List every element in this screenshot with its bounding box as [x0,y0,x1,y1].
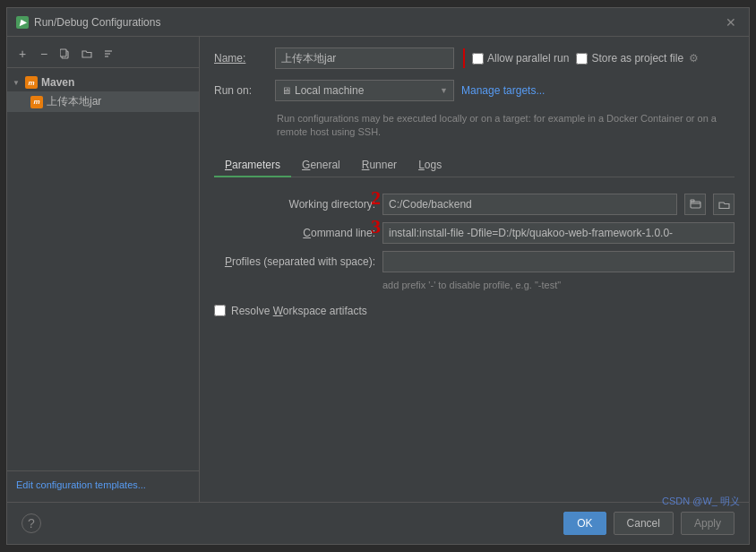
remove-config-button[interactable]: − [34,44,54,64]
maven-item-icon: m [30,96,43,108]
name-divider [463,48,465,68]
tree-item-upload-jar[interactable]: m 上传本地jar [7,91,199,112]
watermark: CSDN @W_ 明义 [662,495,740,508]
profiles-label: Profiles (separated with space): [214,255,375,268]
resolve-workspace-checkbox[interactable] [214,305,226,316]
bottom-bar: ? OK Cancel Apply [7,502,749,544]
working-dir-browse-btn[interactable] [684,194,706,215]
command-line-input[interactable] [382,222,735,244]
dialog-title: Run/Debug Configurations [34,16,160,29]
command-line-label: Command line: [214,227,375,239]
resolve-workspace-row: Resolve Workspace artifacts [214,305,735,317]
tab-logs-label: Logs [418,159,442,171]
run-on-value: Local machine [295,84,436,97]
sidebar: + − ▼ m Maven [7,37,200,502]
resolve-workspace-label: Resolve Workspace artifacts [231,305,367,317]
run-debug-dialog: ▶ Run/Debug Configurations ✕ + − [6,7,750,545]
run-on-label: Run on: [214,84,268,97]
cancel-button[interactable]: Cancel [614,512,674,535]
copy-config-button[interactable] [56,44,75,64]
computer-icon: 🖥 [281,85,291,96]
add-config-button[interactable]: + [13,44,32,64]
svg-rect-5 [691,202,700,208]
svg-rect-1 [60,49,66,56]
allow-parallel-label: Allow parallel run [487,52,569,65]
name-input[interactable] [275,47,454,69]
profiles-hint: add prefix '-' to disable profile, e.g. … [382,280,735,290]
tab-runner[interactable]: Runner [351,154,408,177]
allow-parallel-row: Allow parallel run [472,52,569,65]
sidebar-footer: Edit configuration templates... [7,470,199,498]
title-bar: ▶ Run/Debug Configurations ✕ [7,8,749,37]
tree-arrow-icon: ▼ [13,79,21,87]
command-line-row: Command line: 3 [214,222,735,244]
sidebar-tree: ▼ m Maven m 上传本地jar [7,68,199,470]
title-bar-left: ▶ Run/Debug Configurations [16,16,160,29]
allow-parallel-checkbox[interactable] [472,53,484,65]
working-directory-label: Working directory: [214,198,375,211]
tabs-bar: Parameters General Runner Logs [214,154,735,177]
name-row: Name: Allow parallel run Store as projec… [214,47,735,69]
tab-parameters-label: Parameters [225,159,280,171]
main-panel: Name: Allow parallel run Store as projec… [200,37,749,502]
dropdown-arrow-icon: ▼ [440,86,448,95]
profiles-row: Profiles (separated with space): [214,251,735,272]
dialog-icon: ▶ [16,16,29,29]
tree-group-maven-header[interactable]: ▼ m Maven [7,73,199,91]
tab-general[interactable]: General [291,154,351,177]
settings-gear-icon[interactable]: ⚙ [689,52,699,65]
sort-config-button[interactable] [99,44,118,64]
close-button[interactable]: ✕ [722,15,740,30]
maven-group-icon: m [25,76,38,89]
tree-group-maven: ▼ m Maven m 上传本地jar [7,72,199,114]
tab-runner-label: Runner [362,159,397,171]
store-project-label: Store as project file [591,52,683,65]
manage-targets-link[interactable]: Manage targets... [461,84,545,97]
content-area: + − ▼ m Maven [7,37,749,502]
apply-button[interactable]: Apply [681,512,735,535]
profiles-input[interactable] [382,251,735,272]
name-label: Name: [214,52,268,65]
run-on-row: Run on: 🖥 Local machine ▼ Manage targets… [214,80,735,101]
maven-group-label: Maven [41,76,74,89]
tab-general-label: General [302,159,340,171]
edit-templates-link[interactable]: Edit configuration templates... [16,479,146,490]
store-project-checkbox[interactable] [576,53,588,65]
store-project-row: Store as project file ⚙ [576,52,699,65]
folder-config-button[interactable] [77,44,97,64]
tree-item-label: 上传本地jar [47,94,101,109]
sidebar-toolbar: + − [7,40,199,68]
working-directory-input[interactable] [382,194,677,215]
help-button[interactable]: ? [21,513,41,533]
ok-button[interactable]: OK [563,512,606,535]
working-directory-row: Working directory: 2 [214,194,735,215]
hint-text: Run configurations may be executed local… [277,112,735,140]
parameters-section: Working directory: 2 Command line: [214,194,735,317]
svg-rect-6 [691,200,694,202]
run-on-select[interactable]: 🖥 Local machine ▼ [275,80,454,101]
tab-parameters[interactable]: Parameters [214,154,291,177]
tab-logs[interactable]: Logs [408,154,452,177]
working-dir-folder-btn[interactable] [713,194,735,215]
